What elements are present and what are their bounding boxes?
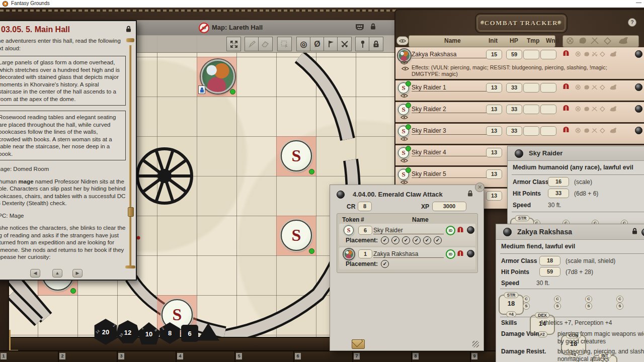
column-init[interactable]: Init (489, 37, 498, 44)
wnd-value[interactable] (540, 50, 556, 59)
defense-helmet-icon[interactable] (562, 126, 570, 133)
flag-marker-button[interactable] (324, 37, 338, 51)
defense-helmet-icon[interactable] (457, 250, 464, 256)
visibility-toggle-all[interactable] (396, 36, 409, 45)
eye-icon[interactable] (400, 158, 408, 163)
encounter-row-zakya[interactable]: 1 Zakya Rakshasa ID Placement: ✓ (339, 247, 475, 269)
share-envelope-button[interactable] (352, 339, 365, 349)
action-icons-row[interactable] (574, 127, 620, 134)
combatant-name[interactable]: Sky Raider 5 (412, 170, 488, 178)
zoom-to-fit-button[interactable] (226, 37, 241, 51)
menu-sphere-button[interactable] (467, 250, 474, 257)
combatant-name[interactable]: Sky Raider 4 (412, 149, 488, 156)
combatant-name[interactable]: Sky Raider 3 (412, 127, 488, 135)
column-wnd[interactable]: Wnd (546, 37, 559, 44)
check-roll-button[interactable]: C (523, 296, 530, 303)
menu-sphere-button[interactable] (635, 127, 642, 134)
minimize-button[interactable]: — (636, 0, 641, 5)
effects-text[interactable]: Effects: (VULN: piercing, magic; RESIST:… (412, 64, 635, 77)
lock-icon[interactable] (126, 26, 131, 32)
menu-sphere-button[interactable] (503, 228, 512, 236)
combatant-name[interactable]: Zakya Rakshasa (412, 51, 488, 58)
placement-check[interactable]: ✓ (434, 236, 442, 244)
hp-value[interactable]: 59 (506, 50, 522, 59)
scrollbar-rod[interactable] (129, 45, 131, 266)
statblock-title-bar[interactable]: Zakya Rakshasa (496, 224, 644, 240)
hp-value[interactable]: 33 (506, 126, 522, 136)
hp-value[interactable]: 59 (539, 267, 560, 277)
defense-helmet-icon[interactable] (562, 50, 570, 56)
hotkey-slot[interactable]: 1 (0, 351, 59, 362)
column-name[interactable]: Name (444, 37, 461, 44)
close-icon[interactable]: ✕ (475, 183, 485, 192)
hotkey-slot[interactable]: 8 (412, 351, 471, 362)
hotkey-slot[interactable]: 5 (235, 351, 294, 362)
tracker-row-sky-raider-3[interactable]: S Sky Raider 3 13 33 (395, 124, 644, 144)
action-icons-row[interactable] (574, 83, 620, 91)
hp-value[interactable]: 33 (506, 105, 522, 114)
defense-helmet-icon[interactable] (562, 105, 570, 111)
encounter-row-sky-raider[interactable]: S 6 Sky Raider ID Placement: ✓ ✓ ✓ ✓ ✓ ✓ (339, 224, 475, 246)
attack-swords-button[interactable] (337, 37, 352, 51)
menu-sphere-button[interactable] (635, 105, 642, 113)
ability-str[interactable]: STR18+4 (499, 295, 524, 315)
pin-button[interactable] (355, 37, 370, 51)
eye-icon[interactable] (400, 180, 408, 185)
tracker-row-zakya[interactable]: Zakya Rakshasa 15 59 (395, 47, 644, 79)
d6-die[interactable]: 6 (181, 325, 198, 342)
placement-check[interactable]: ✓ (381, 260, 389, 268)
action-icons-row[interactable] (574, 50, 620, 58)
init-value[interactable]: 13 (486, 169, 502, 179)
check-roll-button[interactable]: C (554, 296, 561, 303)
save-roll-button[interactable]: S (554, 303, 561, 310)
hotkey-slot[interactable]: 4 (177, 351, 235, 362)
lock-icon[interactable] (467, 190, 473, 197)
check-roll-button[interactable]: C (616, 296, 623, 303)
hotkey-slot[interactable]: 2 (59, 351, 118, 362)
npc-count[interactable]: 1 (358, 249, 372, 258)
eraser-button[interactable] (258, 37, 273, 51)
action-icons-row[interactable] (574, 105, 620, 113)
draw-pencil-button[interactable] (245, 37, 259, 51)
combatant-name[interactable]: Sky Raider 2 (412, 106, 488, 113)
placement-check[interactable]: ✓ (423, 236, 431, 244)
column-tmp[interactable]: Tmp (527, 37, 539, 44)
sky-raider-map-token[interactable]: S (281, 140, 312, 171)
placement-check[interactable]: ✓ (381, 236, 389, 244)
combatant-name[interactable]: Sky Raider 1 (412, 84, 488, 92)
wnd-value[interactable] (540, 126, 556, 136)
defense-helmet-icon[interactable] (457, 226, 464, 233)
save-roll-button[interactable]: S (585, 303, 592, 310)
nav-up-button[interactable]: ▲ (52, 269, 62, 278)
lock-tokens-button[interactable] (369, 37, 383, 51)
tracker-row-sky-raider-1[interactable]: S Sky Raider 1 13 33 (395, 80, 644, 101)
resize-grip[interactable] (472, 341, 479, 347)
id-visible-badge[interactable]: ID (446, 226, 455, 235)
ac-value[interactable]: 18 (539, 256, 560, 265)
scrollbar-knob[interactable] (128, 207, 134, 217)
party-vision-mask-icon[interactable] (355, 24, 364, 31)
hotkey-slot[interactable]: 7 (353, 351, 412, 362)
lock-icon[interactable] (370, 23, 376, 30)
menu-sphere-button[interactable] (337, 191, 345, 199)
eye-icon[interactable] (400, 137, 408, 141)
hotkey-slot[interactable]: 3 (118, 351, 177, 362)
id-visible-badge[interactable]: ID (446, 249, 455, 259)
select-lasso-button[interactable] (277, 37, 292, 51)
tmp-value[interactable] (523, 83, 539, 93)
init-value[interactable]: 13 (486, 191, 502, 201)
menu-sphere-button[interactable] (641, 228, 644, 236)
effects-eye-icon[interactable] (401, 66, 409, 71)
init-value[interactable]: 13 (486, 83, 502, 93)
wnd-value[interactable] (540, 83, 556, 93)
placement-check[interactable]: ✓ (391, 236, 399, 244)
xp-value[interactable]: 3000 (432, 202, 466, 211)
lock-icon[interactable] (632, 228, 637, 234)
save-roll-button[interactable]: S (523, 303, 530, 310)
placement-check[interactable]: ✓ (402, 236, 410, 244)
target-button[interactable]: ◎ (296, 37, 311, 51)
placement-check[interactable]: ✓ (413, 236, 421, 244)
tracker-row-sky-raider-2[interactable]: S Sky Raider 2 13 33 (395, 102, 644, 122)
init-value[interactable]: 13 (486, 105, 502, 114)
hotkey-slot[interactable]: 6 (294, 351, 353, 362)
